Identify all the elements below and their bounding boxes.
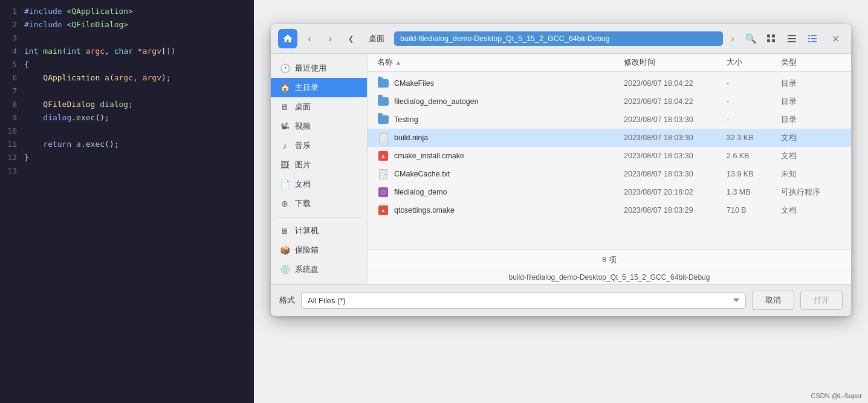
home-icon-button[interactable] [278, 29, 297, 48]
breadcrumb-desktop[interactable]: 桌面 [363, 31, 390, 47]
file-modified: 2023/08/07 18:04:22 [624, 79, 727, 88]
file-modified: 2023/08/07 18:03:30 [624, 134, 727, 142]
file-row[interactable]: build.ninja2023/08/07 18:03:3032.3 KB文档 [368, 129, 851, 147]
file-name: filedialog_demo_autogen [394, 97, 624, 106]
file-row[interactable]: CMakeFiles2023/08/07 18:04:22-目录 [368, 74, 851, 92]
code-line: 5{ [0, 58, 254, 71]
sidebar-icon-music: ♪ [279, 141, 290, 150]
line-number: 13 [0, 164, 24, 178]
code-line: 13 [0, 164, 254, 178]
sidebar-icon-system: 💿 [279, 265, 290, 274]
line-number: 1 [0, 5, 24, 18]
file-row[interactable]: filedialog_demo_autogen2023/08/07 18:04:… [368, 92, 851, 111]
file-size: - [727, 115, 781, 124]
close-button[interactable]: ✕ [827, 30, 844, 47]
file-icon [377, 77, 389, 89]
code-line: 6 QApplication a(argc, argv); [0, 71, 254, 85]
file-size: 710 B [727, 206, 781, 214]
file-count-status: 8 项 [368, 250, 851, 270]
line-number: 2 [0, 18, 24, 31]
sidebar-icon-computer: 🖥 [279, 226, 290, 236]
code-line: 11 return a.exec(); [0, 138, 254, 151]
line-content: QFileDialog dialog; [24, 98, 133, 111]
sidebar-item-download[interactable]: ⊕下载 [271, 194, 367, 213]
cancel-button[interactable]: 取消 [752, 291, 794, 310]
sidebar-item-vault[interactable]: 📦保险箱 [271, 240, 367, 260]
file-size: 2.6 KB [727, 152, 781, 160]
back-button[interactable]: ‹ [301, 30, 318, 47]
line-number: 4 [0, 45, 24, 58]
file-icon: ▲ [377, 204, 389, 216]
sidebar-icon-desktop: 🖥 [279, 102, 290, 112]
sidebar-item-desktop[interactable]: 🖥桌面 [271, 97, 367, 117]
file-row[interactable]: ▲qtcsettings.cmake2023/08/07 18:03:29710… [368, 201, 851, 219]
code-line: 8 QFileDialog dialog; [0, 98, 254, 111]
dialog-footer: 格式 All Files (*) 取消 打开 [271, 284, 851, 316]
sidebar-label-computer: 计算机 [295, 225, 319, 236]
search-button[interactable]: 🔍 [742, 30, 759, 47]
file-size: - [727, 79, 781, 88]
code-line: 3 [0, 31, 254, 45]
sidebar-label-music: 音乐 [295, 140, 311, 151]
line-content: #include <QApplication> [24, 5, 133, 18]
sidebar-label-vault: 保险箱 [295, 245, 319, 256]
view-icons-button[interactable] [763, 30, 780, 47]
file-name: CMakeCache.txt [394, 170, 624, 178]
sidebar-item-system[interactable]: 💿系统盘 [271, 260, 367, 279]
file-size: - [727, 97, 781, 106]
sidebar-item-recent[interactable]: 🕐最近使用 [271, 59, 367, 78]
code-line: 1#include <QApplication> [0, 5, 254, 18]
code-line: 12} [0, 151, 254, 164]
path-bar[interactable]: build-filedialog_demo-Desktop_Qt_5_15_2_… [394, 31, 723, 46]
format-select[interactable]: All Files (*) [301, 292, 746, 309]
file-icon [377, 114, 389, 126]
sidebar-item-document[interactable]: 📄文档 [271, 175, 367, 194]
file-type: 文档 [781, 133, 841, 143]
path-chevron[interactable]: › [727, 33, 739, 45]
file-icon [377, 95, 389, 108]
sidebar-item-music[interactable]: ♪音乐 [271, 136, 367, 155]
sidebar-item-home[interactable]: 🏠主目录 [271, 78, 367, 97]
sidebar-item-picture[interactable]: 🖼图片 [271, 155, 367, 175]
sort-arrow: ▲ [395, 59, 401, 66]
right-area: ‹ › ❮ 桌面 build-filedialog_demo-Desktop_Q… [254, 0, 868, 403]
col-header-modified[interactable]: 修改时间 [624, 57, 727, 68]
line-content: #include <QFileDialog> [24, 18, 128, 31]
col-header-size[interactable]: 大小 [727, 57, 781, 68]
line-content: } [24, 151, 29, 164]
file-name: qtcsettings.cmake [394, 206, 624, 214]
sidebar-divider [277, 217, 361, 218]
file-modified: 2023/08/07 18:03:30 [624, 115, 727, 124]
file-row[interactable]: CMakeCache.txt2023/08/07 18:03:3013.9 KB… [368, 165, 851, 183]
file-content-area: 名称 ▲ 修改时间 大小 类型 [368, 54, 851, 284]
line-number: 10 [0, 124, 24, 138]
line-number: 11 [0, 138, 24, 151]
line-number: 6 [0, 71, 24, 85]
file-modified: 2023/08/07 18:03:29 [624, 206, 727, 214]
file-icon [377, 168, 389, 180]
file-icon: ▲ [377, 150, 389, 162]
file-modified: 2023/08/07 20:18:02 [624, 188, 727, 196]
file-type: 文档 [781, 151, 841, 161]
view-list-button[interactable] [783, 30, 800, 47]
line-content: dialog.exec(); [24, 111, 109, 124]
sidebar-icon-picture: 🖼 [279, 160, 290, 170]
sidebar-item-computer[interactable]: 🖥计算机 [271, 221, 367, 240]
up-button[interactable]: ❮ [342, 30, 359, 47]
file-icon [377, 132, 389, 144]
svg-rect-1 [772, 34, 775, 37]
line-content: return a.exec(); [24, 138, 119, 151]
file-row[interactable]: ⬡filedialog_demo2023/08/07 20:18:021.3 M… [368, 183, 851, 201]
open-button[interactable]: 打开 [800, 291, 843, 310]
dialog-overlay: ‹ › ❮ 桌面 build-filedialog_demo-Desktop_Q… [254, 18, 868, 403]
col-header-type[interactable]: 类型 [781, 57, 841, 68]
file-row[interactable]: Testing2023/08/07 18:03:30-目录 [368, 111, 851, 129]
sidebar-item-video[interactable]: 📽视频 [271, 117, 367, 136]
svg-rect-12 [811, 41, 817, 42]
col-header-name[interactable]: 名称 ▲ [377, 57, 624, 68]
sidebar-icon-video: 📽 [279, 121, 290, 131]
forward-button[interactable]: › [322, 30, 338, 47]
file-modified: 2023/08/07 18:04:22 [624, 97, 727, 106]
file-row[interactable]: ▲cmake_install.cmake2023/08/07 18:03:302… [368, 147, 851, 165]
view-details-button[interactable] [804, 30, 821, 47]
